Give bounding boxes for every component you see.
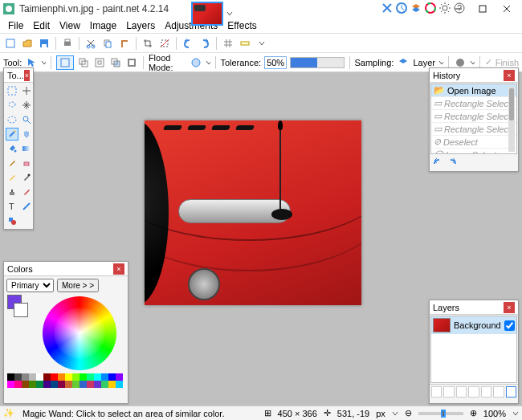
maximize-button[interactable] bbox=[471, 1, 495, 17]
duplicate-layer-button[interactable] bbox=[456, 386, 467, 398]
palette-swatch[interactable] bbox=[58, 381, 65, 388]
history-item[interactable]: ▭Rectangle Select bbox=[431, 123, 516, 136]
history-close-icon[interactable]: × bbox=[504, 70, 515, 81]
color-wheel[interactable] bbox=[43, 296, 116, 370]
menu-view[interactable]: View bbox=[55, 18, 85, 33]
palette-swatch[interactable] bbox=[108, 373, 116, 381]
tab-dropdown-icon[interactable] bbox=[226, 10, 233, 17]
close-button[interactable] bbox=[495, 1, 519, 17]
image-tab-thumbnail[interactable] bbox=[191, 2, 223, 26]
palette-swatch[interactable] bbox=[72, 373, 80, 381]
move-pixels-tool[interactable] bbox=[20, 99, 33, 112]
deselect-button[interactable] bbox=[157, 36, 172, 51]
palette-swatch[interactable] bbox=[43, 381, 51, 388]
new-button[interactable] bbox=[3, 36, 18, 51]
rectangle-select-tool[interactable] bbox=[6, 84, 18, 97]
palette-swatch[interactable] bbox=[14, 373, 22, 381]
palette-swatch[interactable] bbox=[87, 373, 94, 381]
magic-wand-tool[interactable] bbox=[6, 128, 18, 141]
units-dropdown[interactable] bbox=[255, 36, 269, 51]
crop-button[interactable] bbox=[141, 36, 155, 51]
pencil-tool[interactable] bbox=[6, 171, 18, 184]
palette-swatch[interactable] bbox=[22, 373, 29, 381]
layer-properties-button[interactable] bbox=[506, 386, 516, 398]
image-canvas[interactable] bbox=[145, 120, 361, 305]
palette-swatch[interactable] bbox=[80, 381, 87, 388]
help-icon[interactable]: ? bbox=[453, 2, 466, 14]
history-window-icon[interactable] bbox=[395, 2, 408, 14]
ellipse-select-tool[interactable] bbox=[6, 113, 18, 126]
antialias-dropdown-icon[interactable] bbox=[470, 59, 475, 66]
layer-visible-checkbox[interactable] bbox=[504, 320, 515, 331]
tools-close-icon[interactable]: × bbox=[24, 70, 30, 81]
palette-swatch[interactable] bbox=[36, 381, 43, 388]
redo-button[interactable] bbox=[198, 36, 212, 51]
colors-window-icon[interactable] bbox=[424, 2, 437, 14]
paint-bucket-tool[interactable] bbox=[6, 142, 18, 155]
palette-swatch[interactable] bbox=[65, 381, 72, 388]
selection-add-mode[interactable] bbox=[77, 55, 90, 70]
palette-swatch[interactable] bbox=[43, 373, 51, 381]
unit-dropdown-icon[interactable] bbox=[392, 410, 398, 417]
palette-swatch[interactable] bbox=[22, 381, 29, 388]
palette-swatch[interactable] bbox=[7, 381, 14, 388]
selection-intersect-mode[interactable] bbox=[109, 55, 122, 70]
zoom-out-icon[interactable]: ⊖ bbox=[405, 408, 412, 418]
zoom-slider[interactable] bbox=[418, 412, 463, 415]
paintbrush-tool[interactable] bbox=[6, 157, 18, 169]
selection-replace-mode[interactable] bbox=[56, 55, 74, 70]
palette-swatch[interactable] bbox=[51, 373, 58, 381]
palette-swatch[interactable] bbox=[29, 381, 36, 388]
palette-swatch[interactable] bbox=[7, 373, 14, 381]
sampling-layer-button[interactable] bbox=[397, 55, 410, 70]
settings-icon[interactable] bbox=[438, 2, 451, 14]
zoom-in-icon[interactable]: ⊕ bbox=[470, 408, 477, 418]
palette-swatch[interactable] bbox=[58, 373, 65, 381]
copy-button[interactable] bbox=[100, 36, 115, 51]
flood-dropdown-icon[interactable] bbox=[206, 59, 210, 66]
palette-swatch[interactable] bbox=[94, 381, 101, 388]
menu-file[interactable]: File bbox=[3, 18, 28, 33]
color-mode-select[interactable]: Primary bbox=[6, 279, 54, 292]
flood-contiguous-button[interactable] bbox=[190, 55, 202, 70]
history-item[interactable]: ◯Lasso Select bbox=[431, 149, 516, 154]
zoom-dropdown-icon[interactable] bbox=[512, 410, 519, 417]
undo-button[interactable] bbox=[181, 36, 195, 51]
color-picker-tool[interactable] bbox=[20, 171, 33, 184]
lasso-tool[interactable] bbox=[6, 99, 18, 112]
shapes-tool[interactable] bbox=[6, 214, 18, 227]
history-list[interactable]: 📂Open Image ▭Rectangle Select ▭Rectangle… bbox=[430, 84, 517, 154]
colors-close-icon[interactable]: × bbox=[113, 263, 124, 275]
menu-layers[interactable]: Layers bbox=[121, 18, 160, 33]
history-item[interactable]: ⊘Deselect bbox=[431, 136, 516, 149]
paste-button[interactable] bbox=[117, 36, 132, 51]
palette-swatch[interactable] bbox=[101, 373, 108, 381]
tolerance-slider[interactable] bbox=[290, 57, 345, 68]
palette-swatch[interactable] bbox=[51, 381, 58, 388]
history-undo-icon[interactable] bbox=[432, 157, 443, 169]
tool-dropdown-icon[interactable] bbox=[41, 59, 46, 66]
layer-list[interactable]: Background bbox=[430, 316, 517, 383]
merge-layer-button[interactable] bbox=[468, 386, 479, 398]
menu-image[interactable]: Image bbox=[85, 18, 121, 33]
tools-window-icon[interactable] bbox=[381, 2, 394, 14]
zoom-tool[interactable] bbox=[20, 113, 33, 126]
palette-swatch[interactable] bbox=[101, 381, 108, 388]
sampling-dropdown-icon[interactable] bbox=[438, 59, 443, 66]
layer-item[interactable]: Background bbox=[431, 316, 516, 334]
grid-button[interactable] bbox=[221, 36, 235, 51]
layer-up-button[interactable] bbox=[481, 386, 491, 398]
print-button[interactable] bbox=[60, 36, 75, 51]
open-button[interactable] bbox=[20, 36, 35, 51]
recolor-tool[interactable] bbox=[20, 186, 33, 198]
tolerance-input[interactable] bbox=[264, 56, 287, 69]
palette-swatch[interactable] bbox=[80, 373, 87, 381]
palette-swatch[interactable] bbox=[72, 381, 80, 388]
pan-tool[interactable] bbox=[20, 128, 33, 141]
text-tool[interactable]: T bbox=[6, 200, 18, 213]
more-colors-button[interactable]: More > > bbox=[57, 279, 99, 292]
palette-swatch[interactable] bbox=[65, 373, 72, 381]
selection-subtract-mode[interactable] bbox=[93, 55, 106, 70]
save-button[interactable] bbox=[37, 36, 51, 51]
palette-swatch[interactable] bbox=[116, 373, 123, 381]
